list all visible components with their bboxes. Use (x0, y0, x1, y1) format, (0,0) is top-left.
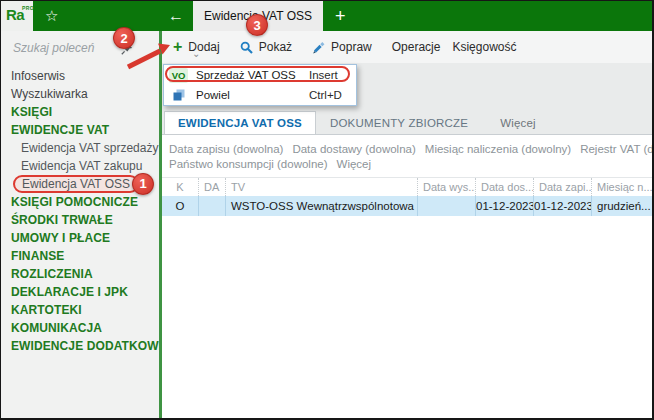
cell-tv: WSTO-OSS Wewnątrzwspólnotowa spr... (226, 196, 418, 216)
tab-ewidencja-vat-oss[interactable]: EWIDENCJA VAT OSS (164, 111, 316, 134)
view-tabs: EWIDENCJA VAT OSS DOKUMENTY ZBIORCZE Wię… (162, 112, 652, 135)
menu-item-powiel[interactable]: Powiel Ctrl+D (164, 85, 356, 105)
cell-miesiac: grudzień... (592, 196, 652, 216)
logo-badge: PRO (22, 5, 34, 11)
sidebar-item-deklaracje-i-jpk[interactable]: DEKLARACJE I JPK (1, 283, 159, 301)
show-button-label: Pokaż (259, 40, 292, 54)
column-header-k[interactable]: K (162, 178, 199, 196)
filter-data-dostawy[interactable]: Data dostawy (dowolna) (292, 142, 415, 157)
filter-panstwo-konsumpcji[interactable]: Państwo konsumpcji (dowolne) (169, 157, 328, 172)
sidebar-item-ksiegi[interactable]: KSIĘGI (1, 103, 159, 121)
tab-label: EWIDENCJA VAT OSS (178, 117, 302, 129)
chevron-down-icon: ⌄ (192, 48, 200, 59)
cell-data-dos: 01-12-2023 (476, 196, 534, 216)
sidebar-item-kartoteki[interactable]: KARTOTEKI (1, 301, 159, 319)
sidebar-item-finanse[interactable]: FINANSE (1, 247, 159, 265)
tab-more[interactable]: Więcej (482, 111, 554, 134)
filter-data-zapisu[interactable]: Data zapisu (dowolna) (169, 142, 283, 157)
add-dropdown-menu: VO Sprzedaż VAT OSS Insert Powiel Ctrl+D (163, 64, 357, 106)
column-header-miesiac[interactable]: Miesiąc n... (592, 178, 652, 196)
cell-data-zapi: 01-12-2023 (534, 196, 592, 216)
sidebar-item-komunikacja[interactable]: KOMUNIKACJA (1, 319, 159, 337)
annotation-step-1: 1 (132, 173, 154, 195)
tab-label: Więcej (500, 117, 536, 129)
menu-item-shortcut: Ctrl+D (309, 89, 342, 101)
command-search[interactable]: Szukaj poleceń (1, 31, 159, 67)
cell-k: O (162, 196, 199, 216)
search-placeholder: Szukaj poleceń (13, 41, 94, 55)
cell-data-wys (418, 196, 476, 216)
column-header-data-wys[interactable]: Data wys... (418, 178, 476, 196)
menu-item-shortcut: Insert (309, 69, 338, 81)
show-button[interactable]: Pokaż (234, 31, 298, 63)
tab-label: DOKUMENTY ZBIORCZE (330, 117, 468, 129)
sidebar-item-ewidencje-vat[interactable]: EWIDENCJE VAT (1, 121, 159, 139)
sidebar-item-ewidencja-vat-sprzedazy[interactable]: Ewidencja VAT sprzedaży (1, 139, 159, 157)
back-arrow-icon[interactable]: ← (168, 4, 184, 28)
sidebar-menu: Infoserwis Wyszukiwarka KSIĘGI EWIDENCJE… (1, 67, 159, 355)
filter-rejestr-vat[interactable]: Rejestr VAT (dowolny) (580, 142, 652, 157)
sidebar-item-ksiegi-pomocnicze[interactable]: KSIĘGI POMOCNICZE (1, 193, 159, 211)
plus-icon: + (173, 40, 182, 54)
table-row[interactable]: O WSTO-OSS Wewnątrzwspólnotowa spr... 01… (162, 196, 652, 216)
filter-row-2: Państwo konsumpcji (dowolne) Więcej (169, 157, 652, 172)
column-header-da[interactable]: DA (199, 178, 226, 196)
menu-item-label: Sprzedaż VAT OSS (196, 69, 296, 81)
operations-button-label: Operacje (392, 40, 441, 54)
vat-oss-badge-icon: VO (169, 68, 188, 83)
add-button[interactable]: + Dodaj ⌄ (167, 31, 226, 63)
table-header: K DA TV Data wys... Data dos... Data zap… (162, 177, 652, 196)
accounting-button[interactable]: Księgowość (446, 31, 522, 63)
app-window: Ra PRO ☆ ← Ewidencja VAT OSS + Szukaj po… (0, 0, 654, 420)
edit-button[interactable]: Popraw (306, 31, 378, 63)
sidebar-item-wyszukiwarka[interactable]: Wyszukiwarka (1, 85, 159, 103)
annotation-step-2: 2 (113, 27, 135, 49)
new-tab-icon[interactable]: + (335, 3, 346, 29)
title-bar: Ra PRO ☆ ← Ewidencja VAT OSS + (1, 1, 652, 31)
filter-more[interactable]: Więcej (337, 157, 372, 172)
cell-da (199, 196, 226, 216)
filter-miesiac-naliczenia[interactable]: Miesiąc naliczenia (dowolny) (425, 142, 571, 157)
column-header-data-zapi[interactable]: Data zapi... (534, 178, 592, 196)
annotation-highlight-box: Ewidencja VAT OSS (13, 175, 139, 193)
toolbar: + Dodaj ⌄ Pokaż (162, 31, 652, 63)
sidebar-item-ewidencja-vat-oss[interactable]: Ewidencja VAT OSS 1 (1, 175, 159, 193)
sidebar-item-ewidencje-dodatkowe[interactable]: EWIDENCJE DODATKOWE (1, 337, 159, 355)
sidebar-item-infoserwis[interactable]: Infoserwis (1, 67, 159, 85)
column-header-data-dos[interactable]: Data dos... (476, 178, 534, 196)
duplicate-icon (169, 89, 188, 101)
operations-button[interactable]: Operacje (386, 31, 447, 63)
annotation-step-3: 3 (246, 14, 268, 36)
sidebar: Szukaj poleceń Infoserwis Wyszukiwarka K… (1, 31, 159, 418)
filter-row-1: Data zapisu (dowolna) Data dostawy (dowo… (169, 142, 652, 157)
menu-item-label: Powiel (196, 89, 230, 101)
search-icon (240, 41, 253, 54)
edit-button-label: Popraw (331, 40, 372, 54)
sidebar-item-srodki-trwale[interactable]: ŚRODKI TRWAŁE (1, 211, 159, 229)
sidebar-item-umowy-i-place[interactable]: UMOWY I PŁACE (1, 229, 159, 247)
brush-icon (312, 41, 325, 54)
favorites-star-icon[interactable]: ☆ (45, 5, 58, 27)
menu-item-sprzedaz-vat-oss[interactable]: VO Sprzedaż VAT OSS Insert (164, 65, 356, 85)
filter-bar: Data zapisu (dowolna) Data dostawy (dowo… (162, 135, 652, 172)
accounting-button-label: Księgowość (452, 40, 516, 54)
sidebar-item-ewidencja-vat-zakupu[interactable]: Ewidencja VAT zakupu (1, 157, 159, 175)
column-header-tv[interactable]: TV (226, 178, 418, 196)
tab-dokumenty-zbiorcze[interactable]: DOKUMENTY ZBIORCZE (316, 111, 482, 134)
app-logo[interactable]: Ra PRO (1, 1, 33, 31)
sidebar-item-rozliczenia[interactable]: ROZLICZENIA (1, 265, 159, 283)
